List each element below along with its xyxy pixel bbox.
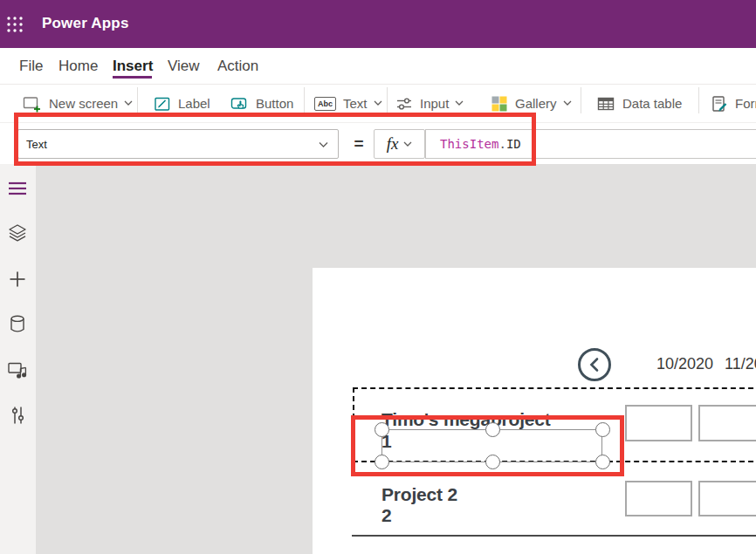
chevron-down-icon: [455, 100, 464, 106]
advanced-tools-icon: [8, 405, 27, 426]
screens-panel-button[interactable]: [4, 220, 31, 246]
toolbar-separator: [304, 87, 305, 113]
gallery-cell-box[interactable]: [625, 481, 692, 516]
fx-label: fx: [387, 134, 399, 154]
menu-file[interactable]: File: [19, 58, 43, 75]
input-label: Input: [420, 96, 449, 111]
menu-insert[interactable]: Insert: [113, 58, 153, 75]
formula-property: ID: [506, 137, 521, 151]
resize-handle[interactable]: [375, 422, 389, 437]
toolbar-separator: [137, 87, 138, 113]
new-screen-button[interactable]: New screen: [23, 85, 133, 122]
text-label: Text: [343, 96, 368, 111]
gallery-icon: [491, 95, 508, 113]
menu-bar: File Home Insert View Action: [0, 48, 756, 85]
chevron-down-icon: [319, 141, 328, 148]
data-table-button[interactable]: Data table: [597, 85, 682, 122]
media-icon: [7, 359, 28, 380]
date-label-november[interactable]: 11/2020: [725, 355, 756, 373]
chevron-down-icon: [403, 141, 412, 147]
form-icon: [711, 95, 728, 113]
toolbar-separator: [698, 87, 699, 113]
new-screen-label: New screen: [49, 96, 118, 111]
label-button[interactable]: Label: [154, 85, 210, 122]
chevron-down-icon: [563, 100, 572, 106]
plus-icon: [8, 270, 27, 289]
gallery-row-separator: [352, 535, 756, 537]
chevron-left-icon: [588, 357, 601, 373]
gallery-cell-box[interactable]: [625, 405, 692, 441]
menu-home[interactable]: Home: [58, 58, 98, 75]
power-apps-studio: Power Apps File Home Insert View Action …: [0, 0, 756, 554]
label-selection-rect: [381, 429, 602, 462]
property-selector-value: Text: [26, 138, 47, 151]
formula-bar: Text = fx ThisItem.ID: [0, 122, 756, 164]
active-tab-underline: [113, 76, 152, 79]
layers-icon: [7, 222, 28, 243]
resize-handle[interactable]: [485, 455, 500, 469]
date-label-october[interactable]: 10/2020: [656, 355, 713, 373]
gallery-row-title[interactable]: Timo's megaproject: [381, 409, 551, 430]
gallery-cell-box[interactable]: [698, 405, 756, 441]
menu-action[interactable]: Action: [217, 58, 258, 75]
tree-view-toggle[interactable]: [4, 175, 31, 202]
toolbar-separator: [581, 87, 581, 113]
waffle-menu-icon[interactable]: [6, 16, 24, 33]
insert-ribbon: New screen Label Button Abc Text: [0, 85, 756, 122]
formula-identifier: ThisItem: [440, 137, 498, 151]
menu-view[interactable]: View: [168, 58, 200, 75]
media-panel-button[interactable]: [4, 357, 31, 383]
button-button[interactable]: Button: [230, 85, 293, 122]
new-screen-icon: [23, 95, 42, 113]
button-label: Button: [256, 96, 293, 111]
property-selector[interactable]: Text: [17, 129, 339, 159]
fx-dropdown[interactable]: fx: [374, 129, 425, 159]
data-table-icon: [597, 95, 615, 113]
input-icon: [395, 95, 413, 113]
data-panel-button[interactable]: [4, 311, 31, 338]
resize-handle[interactable]: [595, 455, 610, 469]
text-icon: Abc: [314, 97, 336, 111]
back-button[interactable]: [578, 348, 611, 381]
formula-dot: .: [498, 137, 505, 151]
data-sources-icon: [8, 314, 27, 335]
waffle-dots: [6, 16, 24, 33]
gallery-label: Gallery: [515, 96, 557, 111]
canvas-area: 10/2020 11/2020 Timo's megaproject 1 Pro…: [36, 164, 756, 554]
chevron-down-icon: [374, 100, 382, 106]
resize-handle[interactable]: [375, 455, 389, 469]
label-label: Label: [178, 96, 210, 111]
text-button[interactable]: Abc Text: [314, 85, 382, 122]
resize-handle[interactable]: [595, 422, 610, 437]
app-title: Power Apps: [42, 15, 129, 32]
label-icon: [154, 95, 171, 113]
gallery-row-title[interactable]: Project 2: [381, 484, 457, 505]
app-artboard: 10/2020 11/2020 Timo's megaproject 1 Pro…: [313, 268, 756, 554]
gallery-row-id[interactable]: 2: [381, 505, 392, 526]
gallery-cell-box[interactable]: [698, 481, 756, 516]
top-bar: Power Apps: [0, 0, 756, 48]
button-icon: [230, 95, 249, 113]
input-button[interactable]: Input: [395, 85, 464, 122]
left-rail: [0, 164, 36, 554]
gallery-button[interactable]: Gallery: [491, 85, 572, 122]
advanced-tools-button[interactable]: [4, 402, 31, 428]
chevron-down-icon: [124, 100, 133, 106]
data-table-label: Data table: [622, 96, 682, 111]
insert-panel-button[interactable]: [4, 266, 31, 292]
form-label: Form: [735, 96, 756, 111]
form-button[interactable]: Form: [711, 85, 756, 122]
hamburger-icon: [7, 180, 28, 197]
resize-handle[interactable]: [485, 422, 500, 437]
toolbar-separator: [387, 87, 388, 113]
formula-input[interactable]: ThisItem.ID: [425, 129, 756, 159]
equals-sign: =: [348, 129, 369, 159]
